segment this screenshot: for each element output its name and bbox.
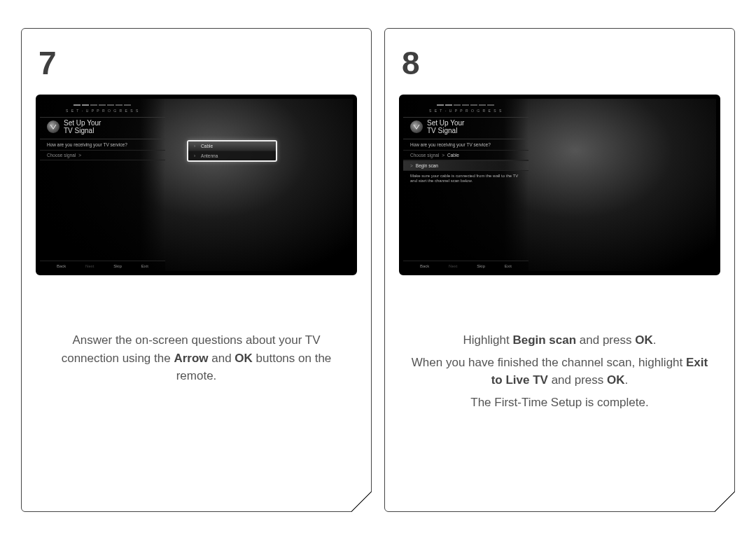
progress-indicator (403, 104, 528, 106)
instruction-text-step8: Highlight Begin scan and press OK. When … (399, 331, 720, 411)
menu-row-choose-signal: Choose signal > Cable (403, 150, 528, 160)
step-number-8: 8 (402, 44, 720, 82)
brand-logo-icon (410, 120, 423, 133)
popup-option-antenna: Antenna (188, 151, 276, 160)
tv-menu-sidebar: S E T - U P P R O G R E S S Set Up Your … (403, 99, 528, 271)
menu-title: Set Up Your TV Signal (64, 119, 101, 134)
tv-nav-back: Back (57, 264, 66, 268)
menu-title-row: Set Up Your TV Signal (40, 117, 165, 139)
menu-title-row: Set Up Your TV Signal (403, 117, 528, 139)
menu-question: How are you receiving your TV service? (403, 139, 528, 150)
progress-label: S E T - U P P R O G R E S S (40, 109, 165, 113)
tv-screenshot-step7: S E T - U P P R O G R E S S Set Up Your … (36, 95, 357, 275)
tv-menu-sidebar: S E T - U P P R O G R E S S Set Up Your … (40, 99, 165, 271)
tv-nav-next: Next (449, 264, 457, 268)
brand-logo-icon (47, 120, 59, 133)
menu-row-begin-scan: > Begin scan (403, 160, 528, 171)
tv-nav-skip: Skip (477, 264, 485, 268)
tv-nav-skip: Skip (113, 264, 122, 268)
panel-step-7: 7 S E T - U P P R O G R E S S Set Up You… (21, 28, 372, 512)
tv-nav-exit: Exit (505, 264, 512, 268)
instruction-text-step7: Answer the on-screen questions about you… (36, 331, 357, 385)
menu-question: How are you receiving your TV service? (40, 139, 165, 150)
tv-nav-back: Back (420, 264, 429, 268)
tv-nav-bar: Back Next Skip Exit (40, 261, 165, 271)
progress-label: S E T - U P P R O G R E S S (403, 109, 528, 113)
tv-nav-exit: Exit (141, 264, 148, 268)
step-number-7: 7 (38, 44, 357, 82)
tv-nav-bar: Back Next Skip Exit (403, 261, 528, 271)
menu-title: Set Up Your TV Signal (427, 119, 464, 134)
menu-info-text: Make sure your cable is connected from t… (403, 171, 528, 186)
tv-nav-next: Next (85, 264, 94, 268)
popup-option-cable: Cable (188, 141, 276, 151)
progress-indicator (40, 104, 165, 106)
signal-popup: Cable Antenna (187, 140, 277, 162)
tv-screenshot-step8: S E T - U P P R O G R E S S Set Up Your … (399, 95, 720, 275)
menu-row-choose-signal: Choose signal > (40, 150, 165, 160)
page: 7 S E T - U P P R O G R E S S Set Up You… (0, 0, 756, 533)
panel-step-8: 8 S E T - U P P R O G R E S S Set Up You… (384, 28, 735, 512)
